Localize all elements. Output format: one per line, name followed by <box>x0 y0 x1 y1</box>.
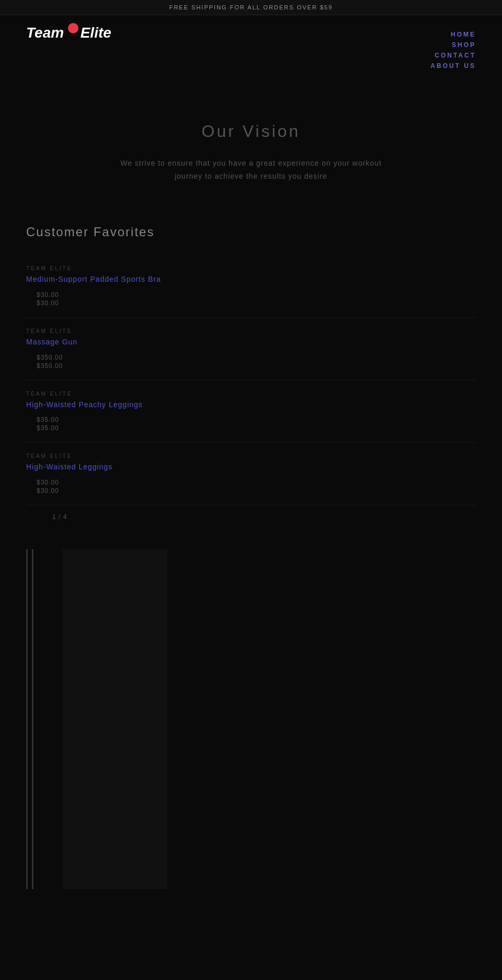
product-name-2: Massage Gun <box>26 337 476 348</box>
vision-section: Our Vision We strive to ensure that you … <box>0 80 502 214</box>
product-item-1[interactable]: TEAM ELITE Medium-Support Padded Sports … <box>26 255 476 318</box>
vision-title: Our Vision <box>26 122 476 141</box>
nav-contact[interactable]: CONTACT <box>435 52 476 59</box>
product-prices-3: $35.00 $35.00 <box>26 416 476 432</box>
product-price1-2: $350.00 <box>37 354 476 361</box>
product-item-3[interactable]: TEAM ELITE High-Waisted Peachy Leggings … <box>26 381 476 443</box>
product-name-3: High-Waisted Peachy Leggings <box>26 400 476 410</box>
product-brand-1: TEAM ELITE <box>26 266 476 271</box>
product-prices-2: $350.00 $350.00 <box>26 354 476 370</box>
product-brand-3: TEAM ELITE <box>26 391 476 397</box>
header: Team Elite HOME SHOP CONTACT ABOUT US <box>0 15 502 80</box>
product-price2-3: $35.00 <box>37 424 476 432</box>
favorites-section: Customer Favorites TEAM ELITE Medium-Sup… <box>0 214 502 538</box>
product-brand-2: TEAM ELITE <box>26 328 476 334</box>
product-item-4[interactable]: TEAM ELITE High-Waisted Leggings $30.00 … <box>26 443 476 505</box>
favorites-title: Customer Favorites <box>26 225 476 239</box>
product-item-2[interactable]: TEAM ELITE Massage Gun $350.00 $350.00 <box>26 318 476 381</box>
nav-home[interactable]: HOME <box>451 31 476 38</box>
product-prices-4: $30.00 $30.00 <box>26 479 476 494</box>
image-line-1 <box>26 549 28 889</box>
product-price1-1: $30.00 <box>37 291 476 298</box>
product-price2-1: $30.00 <box>37 299 476 307</box>
product-name-4: High-Waisted Leggings <box>26 462 476 472</box>
logo-icon <box>68 23 78 33</box>
product-image-section <box>0 539 502 905</box>
product-brand-4: TEAM ELITE <box>26 453 476 459</box>
banner-text: FREE SHIPPING FOR ALL ORDERS OVER $59 <box>169 4 333 10</box>
image-lines <box>26 549 33 889</box>
top-banner: FREE SHIPPING FOR ALL ORDERS OVER $59 <box>0 0 502 15</box>
product-image-placeholder <box>63 549 167 889</box>
product-price2-4: $30.00 <box>37 487 476 494</box>
logo[interactable]: Team Elite <box>26 26 111 40</box>
logo-elite: Elite <box>81 25 111 41</box>
nav-shop[interactable]: SHOP <box>452 41 476 49</box>
navigation: HOME SHOP CONTACT ABOUT US <box>430 26 476 70</box>
pagination: 1 / 4 <box>26 505 476 528</box>
logo-team: Team <box>26 25 64 41</box>
logo-text: Team Elite <box>26 26 111 40</box>
nav-about[interactable]: ABOUT US <box>430 62 476 70</box>
product-name-1: Medium-Support Padded Sports Bra <box>26 274 476 285</box>
product-price1-4: $30.00 <box>37 479 476 486</box>
product-prices-1: $30.00 $30.00 <box>26 291 476 307</box>
product-price2-2: $350.00 <box>37 362 476 370</box>
product-list: TEAM ELITE Medium-Support Padded Sports … <box>26 255 476 505</box>
vision-text: We strive to ensure that you have a grea… <box>120 157 382 183</box>
product-price1-3: $35.00 <box>37 416 476 423</box>
image-line-2 <box>32 549 33 889</box>
